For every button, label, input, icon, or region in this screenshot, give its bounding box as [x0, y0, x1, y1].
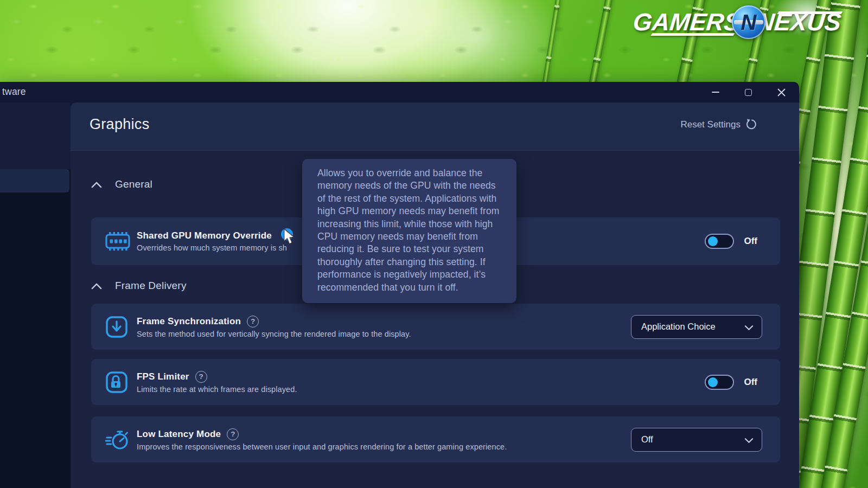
toggle-knob: [708, 377, 718, 387]
setting-title: Shared GPU Memory Override: [137, 230, 272, 241]
gamersnexus-logo: GAMERS N NEXUS: [633, 3, 841, 41]
row-text: Low Latency Mode ? Improves the responsi…: [137, 428, 507, 451]
fps-limiter-control: Off: [705, 359, 780, 405]
tooltip-text: Allows you to override and balance the m…: [317, 168, 499, 293]
sidebar: [0, 102, 71, 488]
section-label: General: [115, 178, 152, 190]
setting-title: FPS Limiter: [137, 371, 189, 382]
setting-row-frame-synchronization: Frame Synchronization ? Sets the method …: [91, 304, 780, 350]
toggle-state-label: Off: [744, 236, 757, 247]
row-text: Frame Synchronization ? Sets the method …: [137, 316, 411, 338]
toggle-state-label: Off: [744, 377, 757, 388]
reset-settings-label: Reset Settings: [680, 119, 741, 130]
frame-sync-icon: [105, 316, 128, 338]
titlebar: tware: [0, 82, 799, 102]
fps-limiter-toggle[interactable]: [705, 375, 734, 390]
mouse-cursor: [283, 229, 297, 245]
reset-settings-button[interactable]: Reset Settings: [680, 119, 757, 130]
shared-gpu-memory-toggle[interactable]: [705, 234, 734, 249]
row-text: FPS Limiter ? Limits the rate at which f…: [137, 371, 297, 394]
section-general[interactable]: General: [91, 178, 152, 190]
chevron-down-icon: [744, 438, 754, 444]
tooltip: Allows you to override and balance the m…: [302, 159, 516, 303]
setting-description: Improves the responsiveness between user…: [137, 442, 507, 451]
shared-gpu-memory-control: Off: [705, 217, 780, 265]
page-title: Graphics: [90, 116, 149, 133]
setting-description: Overrides how much system memory is sh: [137, 243, 287, 252]
sidebar-item-selected[interactable]: [0, 169, 69, 192]
chevron-up-icon: [91, 181, 102, 188]
section-label: Frame Delivery: [115, 280, 187, 292]
setting-description: Limits the rate at which frames are disp…: [137, 385, 297, 394]
help-icon[interactable]: ?: [247, 316, 259, 328]
minimize-button[interactable]: [703, 82, 728, 102]
stopwatch-icon: [105, 428, 130, 451]
setting-row-low-latency-mode: Low Latency Mode ? Improves the responsi…: [91, 416, 780, 463]
minimize-icon: [712, 92, 719, 93]
help-icon[interactable]: ?: [195, 371, 207, 383]
logo-text-nexus: NEXUS: [755, 8, 843, 36]
setting-row-fps-limiter: FPS Limiter ? Limits the rate at which f…: [91, 359, 780, 405]
memory-icon: [105, 232, 130, 251]
low-latency-control: Off: [631, 416, 780, 463]
setting-title: Low Latency Mode: [137, 429, 221, 440]
logo-text-gamers: GAMERS: [632, 8, 742, 36]
maximize-button[interactable]: [736, 82, 761, 102]
fps-lock-icon: [105, 371, 128, 394]
low-latency-dropdown[interactable]: Off: [631, 428, 762, 452]
close-button[interactable]: [769, 82, 794, 102]
chevron-down-icon: [744, 325, 754, 331]
emblem-letter: N: [741, 10, 757, 35]
dropdown-value: Application Choice: [641, 322, 716, 332]
frame-sync-dropdown[interactable]: Application Choice: [631, 315, 762, 339]
gamersnexus-emblem-icon: N: [732, 5, 765, 39]
row-text: Shared GPU Memory Override Overrides how…: [137, 230, 287, 252]
help-icon[interactable]: ?: [227, 428, 239, 440]
dropdown-value: Off: [641, 434, 653, 445]
toggle-knob: [708, 236, 718, 246]
screen: GAMERS N NEXUS tware: [0, 0, 868, 488]
reset-icon: [745, 119, 757, 130]
section-frame-delivery[interactable]: Frame Delivery: [91, 280, 187, 292]
window-title-partial: tware: [2, 86, 26, 98]
chevron-up-icon: [91, 282, 102, 290]
panel-header: Graphics Reset Settings: [71, 102, 799, 151]
frame-sync-control: Application Choice: [631, 304, 780, 350]
sidebar-nav-area: [0, 102, 71, 169]
close-icon: [777, 88, 786, 97]
setting-title: Frame Synchronization: [137, 316, 241, 327]
setting-description: Sets the method used for vertically sync…: [137, 330, 411, 338]
maximize-icon: [745, 89, 752, 96]
